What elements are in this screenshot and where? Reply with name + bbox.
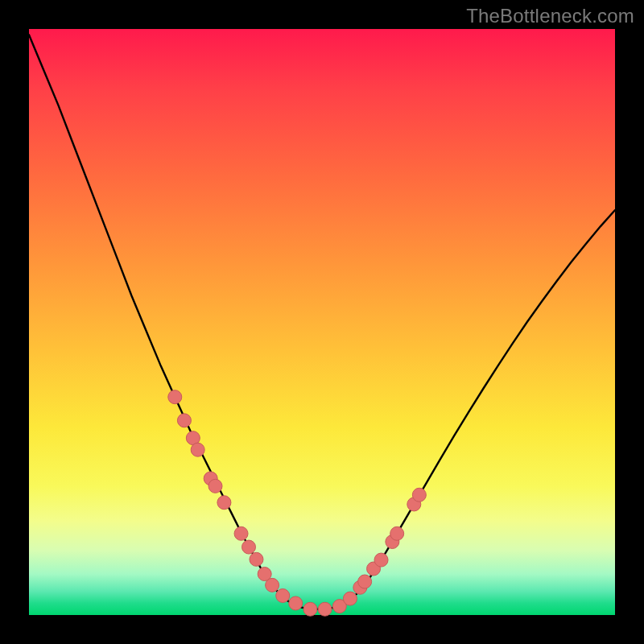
- curve-sample-dots: [168, 390, 427, 617]
- curve-dot: [289, 597, 303, 610]
- curve-dot: [217, 496, 231, 510]
- curve-dot: [358, 575, 372, 588]
- curve-dot: [177, 414, 191, 427]
- curve-dot: [412, 488, 426, 502]
- curve-dot: [318, 602, 332, 616]
- curve-dot: [266, 578, 279, 592]
- chart-frame: TheBottleneck.com: [0, 0, 644, 644]
- curve-dot: [191, 443, 204, 456]
- curve-dot: [234, 526, 248, 540]
- curve-dot: [374, 553, 388, 567]
- curve-dot: [168, 390, 182, 404]
- plot-area: [29, 29, 615, 615]
- curve-dot: [208, 479, 222, 493]
- curve-dot: [242, 540, 256, 554]
- curve-dot: [343, 592, 357, 605]
- curve-dot: [303, 602, 317, 616]
- chart-svg: [29, 29, 615, 615]
- curve-dot: [276, 588, 290, 602]
- watermark-text: TheBottleneck.com: [466, 5, 634, 27]
- bottleneck-curve: [29, 35, 615, 609]
- curve-dot: [250, 552, 263, 566]
- curve-dot: [390, 526, 404, 540]
